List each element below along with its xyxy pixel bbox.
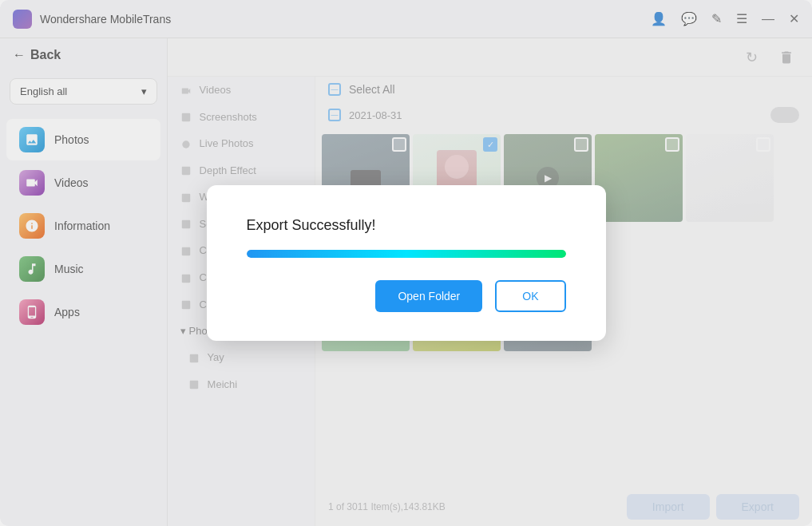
open-folder-button[interactable]: Open Folder (375, 280, 482, 312)
modal-buttons: Open Folder OK (375, 280, 565, 312)
modal-overlay: Export Successfully! Open Folder OK (0, 0, 812, 526)
app-window: Wondershare MobileTrans 👤 💬 ✎ ☰ — ✕ ← Ba… (0, 0, 812, 526)
export-success-modal: Export Successfully! Open Folder OK (207, 185, 606, 341)
progress-bar-container (247, 250, 566, 258)
progress-bar-fill (247, 250, 566, 258)
ok-button[interactable]: OK (495, 280, 565, 312)
modal-title: Export Successfully! (247, 217, 376, 234)
